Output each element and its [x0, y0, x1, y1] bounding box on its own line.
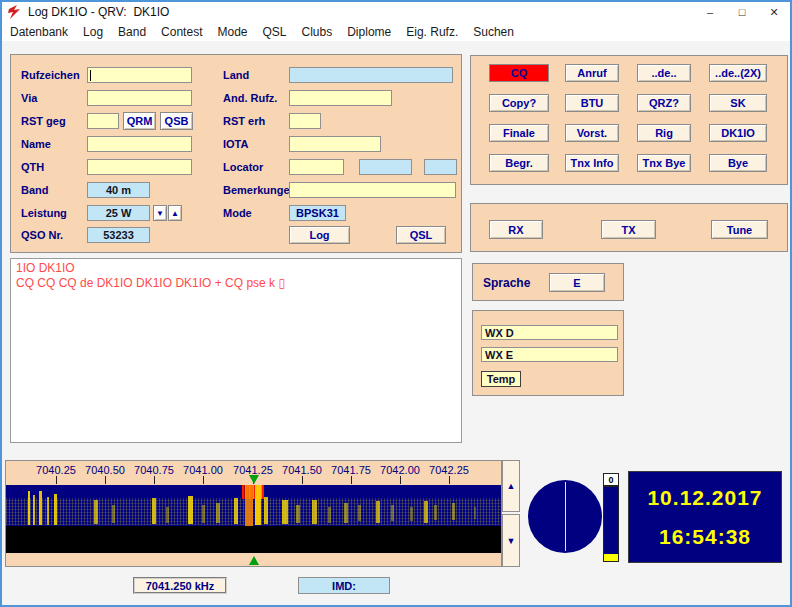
menu-log[interactable]: Log — [83, 25, 103, 39]
menu-datenbank[interactable]: Datenbank — [10, 25, 68, 39]
macro-button-sk[interactable]: SK — [709, 94, 767, 112]
rst-erh-input[interactable] — [289, 113, 321, 129]
close-icon[interactable]: ✕ — [758, 2, 790, 22]
locator-field-2[interactable] — [359, 159, 412, 175]
waterfall-signal — [255, 485, 261, 525]
freq-tick — [105, 476, 106, 484]
minimize-icon[interactable]: – — [694, 2, 726, 22]
mode-value[interactable]: BPSK31 — [289, 205, 346, 221]
macro-button-anruf[interactable]: Anruf — [565, 64, 619, 82]
time-display: 16:54:38 — [659, 525, 751, 549]
waterfall-signal — [216, 503, 220, 523]
locator-field-3[interactable] — [424, 159, 457, 175]
leistung-down-button[interactable]: ▼ — [153, 205, 167, 221]
macro-button-copy[interactable]: Copy? — [489, 94, 549, 112]
macro-button-tnx-info[interactable]: Tnx Info — [565, 154, 619, 172]
menu-diplome[interactable]: Diplome — [347, 25, 391, 39]
freq-tick-label: 7041.50 — [282, 464, 322, 476]
waterfall-signal — [112, 505, 115, 523]
menu-clubs[interactable]: Clubs — [302, 25, 333, 39]
macro-button-tnx-bye[interactable]: Tnx Bye — [637, 154, 691, 172]
name-input[interactable] — [87, 136, 192, 152]
menu-band[interactable]: Band — [118, 25, 146, 39]
waterfall-signal — [47, 497, 49, 525]
waterfall-frequency-scale: 7040.25 7040.50 7040.75 7041.00 7041.25 … — [6, 461, 501, 485]
macro-button-vorst[interactable]: Vorst. — [565, 124, 619, 142]
macro-panel: CQ Anruf ..de.. ..de..(2X) Copy? BTU QRZ… — [470, 55, 788, 185]
waterfall-band[interactable] — [6, 485, 501, 526]
tune-button[interactable]: Tune — [711, 220, 768, 239]
macro-button-btu[interactable]: BTU — [565, 94, 619, 112]
name-label: Name — [21, 136, 51, 152]
via-input[interactable] — [87, 90, 192, 106]
macro-button-de[interactable]: ..de.. — [637, 64, 691, 82]
macro-button-begr[interactable]: Begr. — [489, 154, 549, 172]
qso-nr-value[interactable]: 53233 — [87, 227, 150, 243]
waterfall-lower-band — [6, 526, 501, 553]
qsl-button[interactable]: QSL — [396, 226, 446, 244]
macro-button-qrz[interactable]: QRZ? — [637, 94, 691, 112]
waterfall-signal — [312, 500, 317, 524]
maximize-icon[interactable]: □ — [726, 2, 758, 22]
qso-nr-label: QSO Nr. — [21, 227, 63, 243]
tuning-scope — [528, 480, 602, 553]
meter-scale-label: 0 — [603, 473, 619, 486]
rx-terminal[interactable]: 1IO DK1IO CQ CQ CQ de DK1IO DK1IO DK1IO … — [10, 258, 462, 443]
macro-button-dk1io[interactable]: DK1IO — [709, 124, 767, 142]
waterfall-signal — [166, 507, 169, 523]
waterfall-container: 7040.25 7040.50 7040.75 7041.00 7041.25 … — [5, 460, 502, 567]
bemerkungen-input[interactable] — [289, 182, 456, 198]
and-rufz-input[interactable] — [289, 90, 392, 106]
waterfall-signal — [33, 495, 35, 525]
waterfall-signal — [152, 498, 156, 524]
menu-suchen[interactable]: Suchen — [473, 25, 514, 39]
waterfall-signal — [376, 501, 380, 523]
tx-button[interactable]: TX — [601, 220, 656, 239]
qth-label: QTH — [21, 159, 44, 175]
sprache-value-button[interactable]: E — [549, 273, 605, 292]
freq-tick — [56, 476, 57, 484]
qth-input[interactable] — [87, 159, 192, 175]
macro-button-finale[interactable]: Finale — [489, 124, 549, 142]
qrm-button[interactable]: QRM — [123, 112, 156, 130]
sprache-panel: Sprache E — [472, 263, 624, 301]
macro-button-rig[interactable]: Rig — [637, 124, 691, 142]
locator-input[interactable] — [289, 159, 344, 175]
macro-button-cq[interactable]: CQ — [489, 64, 549, 82]
menu-qsl[interactable]: QSL — [263, 25, 287, 39]
freq-tick — [449, 476, 450, 484]
macro-button-de2x[interactable]: ..de..(2X) — [709, 64, 767, 82]
rufzeichen-label: Rufzeichen — [21, 67, 80, 83]
qsb-button[interactable]: QSB — [160, 112, 193, 130]
waterfall-signal — [94, 500, 98, 524]
waterfall-signal — [282, 500, 288, 524]
freq-tick — [351, 476, 352, 484]
wx-d-field[interactable]: WX D — [481, 325, 618, 340]
macro-button-bye[interactable]: Bye — [709, 154, 767, 172]
waterfall-signal — [424, 501, 428, 523]
rst-geg-input[interactable] — [87, 113, 119, 129]
rx-button[interactable]: RX — [489, 220, 543, 239]
title-bar: Log DK1IO - QRV: DK1IO – □ ✕ — [2, 2, 790, 22]
waterfall-footer — [6, 553, 501, 566]
spectrum-up-button[interactable]: ▲ — [502, 460, 520, 512]
leistung-value[interactable]: 25 W — [87, 205, 150, 221]
menu-eig-rufz[interactable]: Eig. Rufz. — [406, 25, 458, 39]
rufzeichen-input[interactable] — [87, 67, 192, 83]
iota-label: IOTA — [223, 136, 248, 152]
spectrum-down-button[interactable]: ▼ — [502, 514, 520, 567]
leistung-up-button[interactable]: ▲ — [168, 205, 182, 221]
waterfall-signal — [434, 505, 437, 520]
temp-button[interactable]: Temp — [481, 371, 521, 387]
log-button[interactable]: Log — [289, 226, 350, 244]
menu-mode[interactable]: Mode — [217, 25, 247, 39]
imd-readout: IMD: — [298, 577, 390, 594]
iota-input[interactable] — [289, 136, 381, 152]
window-title: Log DK1IO - QRV: DK1IO — [28, 5, 169, 19]
waterfall-signal — [410, 507, 413, 521]
menu-contest[interactable]: Contest — [161, 25, 202, 39]
land-input[interactable] — [289, 67, 453, 83]
wx-e-field[interactable]: WX E — [481, 347, 618, 362]
tune-marker-down-icon — [249, 475, 259, 484]
band-value[interactable]: 40 m — [87, 182, 150, 198]
